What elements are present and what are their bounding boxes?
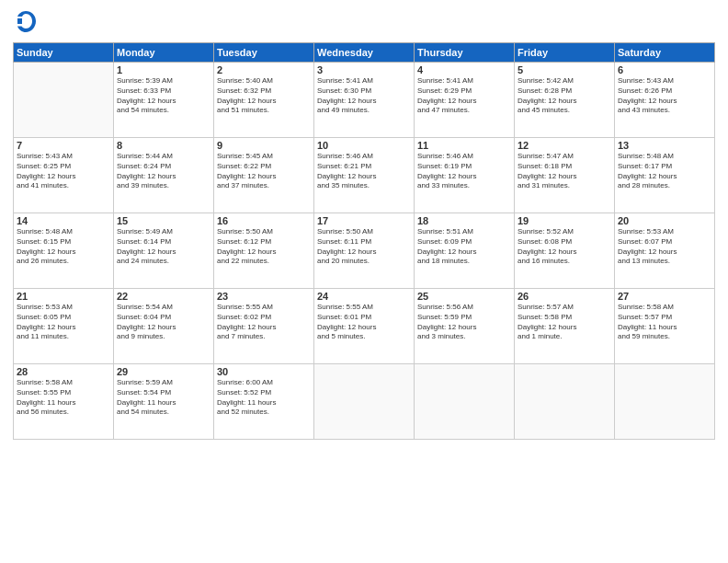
- day-number: 15: [117, 215, 210, 226]
- calendar-cell: [415, 364, 515, 440]
- logo-icon: [13, 9, 39, 35]
- calendar-cell: 11Sunrise: 5:46 AM Sunset: 6:19 PM Dayli…: [415, 138, 515, 213]
- day-number: 8: [117, 140, 210, 151]
- header-cell-friday: Friday: [515, 43, 615, 63]
- page: SundayMondayTuesdayWednesdayThursdayFrid…: [0, 0, 728, 563]
- day-info: Sunrise: 5:55 AM Sunset: 6:01 PM Dayligh…: [317, 303, 411, 342]
- day-number: 11: [417, 140, 511, 151]
- header-row: SundayMondayTuesdayWednesdayThursdayFrid…: [14, 43, 715, 63]
- day-info: Sunrise: 5:54 AM Sunset: 6:04 PM Dayligh…: [117, 303, 210, 342]
- logo: [13, 9, 42, 35]
- day-number: 5: [518, 64, 611, 75]
- day-info: Sunrise: 5:48 AM Sunset: 6:17 PM Dayligh…: [618, 152, 711, 191]
- calendar-cell: 10Sunrise: 5:46 AM Sunset: 6:21 PM Dayli…: [314, 138, 415, 213]
- day-info: Sunrise: 5:58 AM Sunset: 5:55 PM Dayligh…: [17, 378, 110, 418]
- day-info: Sunrise: 5:53 AM Sunset: 6:07 PM Dayligh…: [618, 227, 711, 267]
- day-number: 23: [217, 291, 311, 302]
- day-number: 21: [17, 291, 110, 302]
- calendar-cell: 15Sunrise: 5:49 AM Sunset: 6:14 PM Dayli…: [114, 213, 214, 289]
- day-info: Sunrise: 5:50 AM Sunset: 6:11 PM Dayligh…: [317, 227, 411, 267]
- day-info: Sunrise: 5:40 AM Sunset: 6:32 PM Dayligh…: [217, 76, 311, 116]
- calendar-cell: 2Sunrise: 5:40 AM Sunset: 6:32 PM Daylig…: [214, 63, 314, 138]
- calendar-cell: 7Sunrise: 5:43 AM Sunset: 6:25 PM Daylig…: [14, 138, 114, 213]
- day-number: 9: [217, 140, 311, 151]
- day-number: 6: [618, 64, 711, 75]
- day-number: 19: [518, 215, 611, 226]
- header-cell-wednesday: Wednesday: [314, 43, 415, 63]
- header-cell-sunday: Sunday: [14, 43, 114, 63]
- day-number: 4: [417, 64, 511, 75]
- calendar-cell: 1Sunrise: 5:39 AM Sunset: 6:33 PM Daylig…: [114, 63, 214, 138]
- week-row-1: 7Sunrise: 5:43 AM Sunset: 6:25 PM Daylig…: [14, 138, 715, 213]
- day-number: 7: [17, 140, 110, 151]
- day-number: 16: [217, 215, 311, 226]
- calendar-cell: 9Sunrise: 5:45 AM Sunset: 6:22 PM Daylig…: [214, 138, 314, 213]
- calendar-cell: 26Sunrise: 5:57 AM Sunset: 5:58 PM Dayli…: [515, 289, 615, 364]
- day-info: Sunrise: 5:41 AM Sunset: 6:30 PM Dayligh…: [317, 76, 411, 116]
- calendar-cell: 20Sunrise: 5:53 AM Sunset: 6:07 PM Dayli…: [615, 213, 715, 289]
- day-number: 22: [117, 291, 210, 302]
- day-info: Sunrise: 5:51 AM Sunset: 6:09 PM Dayligh…: [417, 227, 511, 267]
- day-info: Sunrise: 5:41 AM Sunset: 6:29 PM Dayligh…: [417, 76, 511, 116]
- week-row-0: 1Sunrise: 5:39 AM Sunset: 6:33 PM Daylig…: [14, 63, 715, 138]
- calendar-cell: 30Sunrise: 6:00 AM Sunset: 5:52 PM Dayli…: [214, 364, 314, 440]
- calendar-cell: 25Sunrise: 5:56 AM Sunset: 5:59 PM Dayli…: [415, 289, 515, 364]
- calendar-cell: [615, 364, 715, 440]
- day-number: 13: [618, 140, 711, 151]
- day-info: Sunrise: 5:45 AM Sunset: 6:22 PM Dayligh…: [217, 152, 311, 191]
- day-number: 14: [17, 215, 110, 226]
- day-number: 17: [317, 215, 411, 226]
- calendar-cell: [515, 364, 615, 440]
- day-number: 2: [217, 64, 311, 75]
- calendar-cell: 4Sunrise: 5:41 AM Sunset: 6:29 PM Daylig…: [415, 63, 515, 138]
- header-cell-thursday: Thursday: [415, 43, 515, 63]
- calendar-cell: [314, 364, 415, 440]
- calendar-cell: 18Sunrise: 5:51 AM Sunset: 6:09 PM Dayli…: [415, 213, 515, 289]
- day-info: Sunrise: 5:58 AM Sunset: 5:57 PM Dayligh…: [618, 303, 711, 342]
- calendar-cell: 17Sunrise: 5:50 AM Sunset: 6:11 PM Dayli…: [314, 213, 415, 289]
- day-info: Sunrise: 5:52 AM Sunset: 6:08 PM Dayligh…: [518, 227, 611, 267]
- day-info: Sunrise: 5:48 AM Sunset: 6:15 PM Dayligh…: [17, 227, 110, 267]
- calendar-cell: 8Sunrise: 5:44 AM Sunset: 6:24 PM Daylig…: [114, 138, 214, 213]
- day-info: Sunrise: 5:39 AM Sunset: 6:33 PM Dayligh…: [117, 76, 210, 116]
- day-info: Sunrise: 5:55 AM Sunset: 6:02 PM Dayligh…: [217, 303, 311, 342]
- calendar-cell: [14, 63, 114, 138]
- calendar-cell: 6Sunrise: 5:43 AM Sunset: 6:26 PM Daylig…: [615, 63, 715, 138]
- day-info: Sunrise: 5:43 AM Sunset: 6:25 PM Dayligh…: [17, 152, 110, 191]
- calendar-cell: 24Sunrise: 5:55 AM Sunset: 6:01 PM Dayli…: [314, 289, 415, 364]
- day-info: Sunrise: 5:47 AM Sunset: 6:18 PM Dayligh…: [518, 152, 611, 191]
- day-number: 26: [518, 291, 611, 302]
- calendar-cell: 29Sunrise: 5:59 AM Sunset: 5:54 PM Dayli…: [114, 364, 214, 440]
- header-cell-saturday: Saturday: [615, 43, 715, 63]
- week-row-4: 28Sunrise: 5:58 AM Sunset: 5:55 PM Dayli…: [14, 364, 715, 440]
- day-info: Sunrise: 5:43 AM Sunset: 6:26 PM Dayligh…: [618, 76, 711, 116]
- day-info: Sunrise: 5:44 AM Sunset: 6:24 PM Dayligh…: [117, 152, 210, 191]
- calendar-cell: 27Sunrise: 5:58 AM Sunset: 5:57 PM Dayli…: [615, 289, 715, 364]
- header: [13, 9, 715, 35]
- calendar-table: SundayMondayTuesdayWednesdayThursdayFrid…: [13, 42, 715, 440]
- day-number: 29: [117, 366, 210, 377]
- day-number: 10: [317, 140, 411, 151]
- calendar-cell: 19Sunrise: 5:52 AM Sunset: 6:08 PM Dayli…: [515, 213, 615, 289]
- day-number: 24: [317, 291, 411, 302]
- calendar-cell: 5Sunrise: 5:42 AM Sunset: 6:28 PM Daylig…: [515, 63, 615, 138]
- day-info: Sunrise: 5:59 AM Sunset: 5:54 PM Dayligh…: [117, 378, 210, 418]
- header-cell-monday: Monday: [114, 43, 214, 63]
- header-cell-tuesday: Tuesday: [214, 43, 314, 63]
- day-info: Sunrise: 5:42 AM Sunset: 6:28 PM Dayligh…: [518, 76, 611, 116]
- day-info: Sunrise: 5:50 AM Sunset: 6:12 PM Dayligh…: [217, 227, 311, 267]
- calendar-cell: 28Sunrise: 5:58 AM Sunset: 5:55 PM Dayli…: [14, 364, 114, 440]
- calendar-cell: 13Sunrise: 5:48 AM Sunset: 6:17 PM Dayli…: [615, 138, 715, 213]
- calendar-cell: 21Sunrise: 5:53 AM Sunset: 6:05 PM Dayli…: [14, 289, 114, 364]
- day-info: Sunrise: 6:00 AM Sunset: 5:52 PM Dayligh…: [217, 378, 311, 418]
- week-row-3: 21Sunrise: 5:53 AM Sunset: 6:05 PM Dayli…: [14, 289, 715, 364]
- day-number: 30: [217, 366, 311, 377]
- day-info: Sunrise: 5:46 AM Sunset: 6:21 PM Dayligh…: [317, 152, 411, 191]
- calendar-cell: 3Sunrise: 5:41 AM Sunset: 6:30 PM Daylig…: [314, 63, 415, 138]
- day-number: 20: [618, 215, 711, 226]
- day-number: 28: [17, 366, 110, 377]
- day-info: Sunrise: 5:49 AM Sunset: 6:14 PM Dayligh…: [117, 227, 210, 267]
- day-number: 1: [117, 64, 210, 75]
- day-number: 3: [317, 64, 411, 75]
- calendar-cell: 22Sunrise: 5:54 AM Sunset: 6:04 PM Dayli…: [114, 289, 214, 364]
